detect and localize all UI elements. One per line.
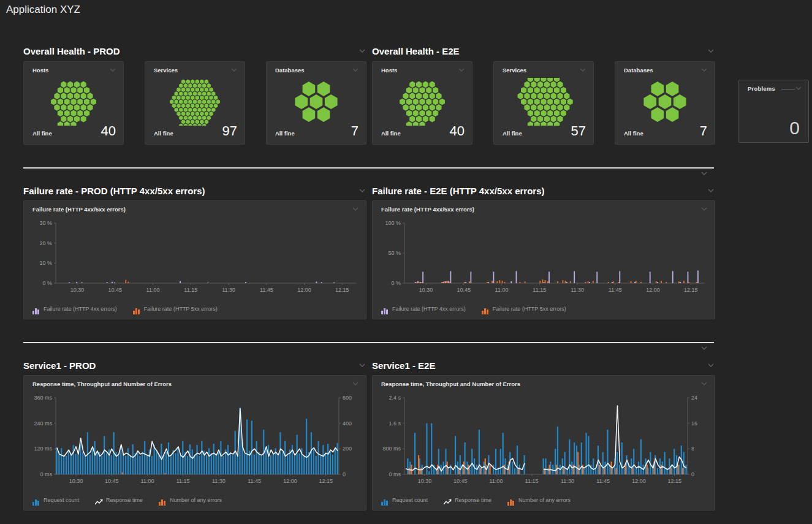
svg-text:12:15: 12:15 [667,478,681,484]
entity-count: 57 [571,123,586,139]
section-title: Overall Health - PROD [23,46,120,56]
bar-series-icon [159,497,167,504]
section-title: Service1 - E2E [372,360,435,371]
chart-title: Failure rate (HTTP 4xx/5xx errors) [32,206,126,213]
chevron-down-icon[interactable] [579,67,587,73]
chevron-down-icon[interactable] [707,48,715,54]
chart-tile-service-prod[interactable]: Response time, Throughput and Number of … [23,375,366,511]
chevron-down-icon[interactable] [700,345,708,351]
chevron-down-icon[interactable] [700,381,708,387]
failure-rate-chart-prod[interactable]: 0 %10 %20 %30 %10:3010:4511:0011:1511:30… [24,217,366,299]
chevron-down-icon[interactable] [700,206,708,212]
legend-label[interactable]: Failure rate (HTTP 4xx errors) [44,306,117,312]
svg-text:120 ms: 120 ms [34,446,52,452]
chevron-down-icon[interactable] [700,170,708,177]
failure-rate-chart-e2e[interactable]: 0 %50 %100 %10:3010:4511:0011:1511:3011:… [373,217,715,299]
chart-tile-failure-e2e[interactable]: Failure rate (HTTP 4xx/5xx errors) 0 %50… [372,200,715,319]
svg-text:30 %: 30 % [39,220,52,226]
honeycomb-hosts [373,78,472,126]
svg-text:12:15: 12:15 [684,287,698,293]
svg-text:10:45: 10:45 [457,287,471,293]
chevron-down-icon[interactable] [457,67,466,73]
entity-count: 7 [700,123,707,139]
health-tile-hosts-prod[interactable]: Hosts All fine40 [23,61,124,145]
chevron-down-icon[interactable] [358,48,366,54]
tile-title: Databases [275,67,305,74]
svg-text:10:30: 10:30 [69,478,83,484]
svg-text:12:00: 12:00 [646,287,660,293]
legend-label[interactable]: Response time [106,497,143,503]
status-text: All fine [503,130,522,139]
svg-text:11:45: 11:45 [596,478,610,484]
chevron-down-icon[interactable] [795,85,802,91]
legend-label[interactable]: Failure rate (HTTP 5xx errors) [493,306,566,312]
chevron-down-icon[interactable] [707,362,715,368]
chevron-down-icon[interactable] [351,206,360,212]
section-title: Failure rate - PROD (HTTP 4xx/5xx errors… [23,186,205,196]
chart-legend: Request count Response time Number of an… [24,490,366,510]
status-text: All fine [32,130,52,139]
page-title: Application XYZ [6,4,80,16]
svg-text:0 %: 0 % [391,280,401,286]
health-tile-databases-prod[interactable]: Databases All fine7 [266,61,366,145]
status-text: All fine [381,130,401,139]
svg-text:20 %: 20 % [39,240,52,246]
chevron-down-icon[interactable] [230,67,238,73]
svg-text:10:45: 10:45 [105,478,119,484]
svg-text:0 ms: 0 ms [40,471,52,477]
section-header-health-prod: Overall Health - PROD [23,44,366,58]
legend-label[interactable]: Response time [455,497,491,503]
chevron-down-icon[interactable] [351,67,360,73]
problems-tile[interactable]: Problems 0 [738,80,809,143]
health-tile-services-e2e[interactable]: Services All fine57 [493,61,594,145]
legend-label[interactable]: Failure rate (HTTP 5xx errors) [144,306,218,312]
bar-series-icon [32,306,40,313]
legend-label[interactable]: Number of any errors [170,497,222,503]
honeycomb-hosts [24,78,123,126]
tile-title: Hosts [32,67,48,74]
svg-text:0 ms: 0 ms [389,471,401,477]
svg-text:11:45: 11:45 [260,287,273,293]
health-tile-services-prod[interactable]: Services All fine97 [145,61,245,145]
chevron-down-icon[interactable] [108,67,117,73]
legend-label[interactable]: Request count [392,497,428,503]
service-metrics-chart-e2e[interactable]: 0 ms800 ms1.6 s2.4 s08162410:3010:4511:0… [373,392,715,490]
chevron-down-icon[interactable] [351,381,360,387]
honeycomb-databases [615,78,715,126]
tile-title: Problems [748,85,775,92]
svg-text:0: 0 [343,471,346,477]
section-title: Service1 - PROD [23,360,96,371]
svg-text:10:30: 10:30 [70,287,85,293]
svg-text:11:15: 11:15 [533,287,546,293]
svg-text:12:00: 12:00 [632,478,646,484]
svg-text:12:15: 12:15 [335,287,349,293]
chart-legend: Request count Response time Number of an… [373,490,715,510]
legend-label[interactable]: Number of any errors [518,497,571,503]
chevron-down-icon[interactable] [358,362,366,368]
bar-series-icon [482,306,490,313]
svg-text:11:30: 11:30 [571,287,584,293]
section-header-service-prod: Service1 - PROD [23,359,366,372]
svg-text:12:00: 12:00 [297,287,311,293]
svg-text:1.6 s: 1.6 s [389,420,401,427]
legend-label[interactable]: Request count [44,497,79,503]
chevron-down-icon[interactable] [707,188,715,194]
svg-text:400: 400 [343,420,352,427]
svg-text:360 ms: 360 ms [34,395,52,401]
service-metrics-chart-prod[interactable]: 0 ms120 ms240 ms360 ms020040060010:3010:… [24,392,366,490]
chart-tile-service-e2e[interactable]: Response time, Throughput and Number of … [372,375,715,511]
chevron-down-icon[interactable] [700,67,708,73]
health-tile-hosts-e2e[interactable]: Hosts All fine40 [372,61,472,145]
line-series-icon [444,497,452,504]
health-tile-databases-e2e[interactable]: Databases All fine7 [615,61,715,145]
legend-label[interactable]: Failure rate (HTTP 4xx errors) [392,306,466,312]
chevron-down-icon[interactable] [358,188,366,194]
chart-tile-failure-prod[interactable]: Failure rate (HTTP 4xx/5xx errors) 0 %10… [23,200,366,319]
honeycomb-databases [267,78,366,126]
svg-text:10:30: 10:30 [419,287,433,293]
tile-title: Services [503,67,526,74]
chart-title: Failure rate (HTTP 4xx/5xx errors) [381,206,474,213]
problems-trend-dash [781,89,795,89]
bar-series-icon [32,497,40,504]
svg-text:8: 8 [691,446,694,452]
